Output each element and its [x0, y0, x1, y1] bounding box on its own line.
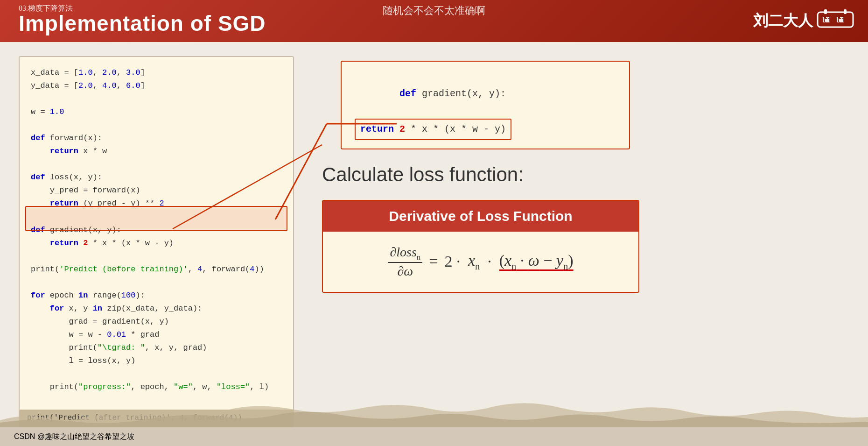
- code-line-14: return 2 * x * (x * w - y): [31, 237, 282, 250]
- code-line-15: [31, 250, 282, 263]
- brand-name: 刘二大人: [753, 11, 813, 31]
- code-line-23: l = loss(x, y): [31, 354, 282, 368]
- header-brand: 刘二大人 bili bili: [753, 8, 854, 34]
- code-line-20: grad = gradient(x, y): [31, 315, 282, 328]
- calc-title: Calculate loss function:: [322, 163, 849, 186]
- header-subtitle: 随机会不会不太准确啊: [383, 4, 485, 18]
- code-line-4: w = 1.0: [31, 106, 282, 119]
- code-line-16: print('Predict (before training)', 4, fo…: [31, 263, 282, 276]
- code-line-1: x_data = [1.0, 2.0, 3.0]: [31, 66, 282, 79]
- code-line-22: print("\tgrad: ", x, y, grad): [31, 341, 282, 354]
- svg-text:bili: bili: [836, 16, 844, 24]
- code-line-17: [31, 276, 282, 289]
- svg-rect-2: [844, 9, 847, 14]
- bilibili-logo: bili bili: [817, 8, 854, 34]
- code-line-21: w = w - 0.01 * grad: [31, 328, 282, 341]
- code-panel: x_data = [1.0, 2.0, 3.0] y_data = [2.0, …: [19, 56, 294, 427]
- equals-sign: =: [429, 253, 438, 270]
- bottom-code-line: print('Predict (after training)', 4, for…: [27, 412, 242, 424]
- code-line-7: return x * w: [31, 145, 282, 158]
- code-line-2: y_data = [2.0, 4.0, 6.0]: [31, 79, 282, 92]
- coefficient-2: 2 ·: [444, 253, 464, 270]
- footer-csdn: CSDN @趣味之山绝望之谷希望之坡: [14, 432, 134, 442]
- right-panel: def gradient(x, y): return 2 * x * (x * …: [313, 56, 849, 427]
- svg-text:bili: bili: [822, 16, 830, 24]
- code-line-25: print("progress:", epoch, "w=", w, "loss…: [31, 381, 282, 394]
- gradient-code-box: def gradient(x, y): return 2 * x * (x * …: [341, 61, 630, 149]
- derivative-body: ∂lossn ∂ω = 2 · xn · (xn · ω − yn): [323, 232, 638, 292]
- code-line-24: [31, 368, 282, 381]
- derivative-header: Derivative of Loss Function: [323, 201, 638, 232]
- paren-expression: (xn · ω − yn): [499, 252, 574, 272]
- gradient-return-line: return 2 * x * (x * w - y): [355, 119, 511, 140]
- derivative-box: Derivative of Loss Function ∂lossn ∂ω = …: [322, 200, 639, 293]
- gradient-highlight-box: [25, 206, 287, 231]
- code-line-5: [31, 119, 282, 132]
- gradient-def-line: def gradient(x, y):: [355, 70, 616, 118]
- dot-operator: ·: [483, 253, 496, 270]
- footer: CSDN @趣味之山绝望之谷希望之坡: [0, 427, 868, 446]
- code-line-10: y_pred = forward(x): [31, 184, 282, 197]
- code-line-19: for x, y in zip(x_data, y_data):: [31, 302, 282, 315]
- frac-denominator: ∂ω: [395, 264, 415, 279]
- code-line-9: def loss(x, y):: [31, 171, 282, 184]
- fraction: ∂lossn ∂ω: [388, 245, 422, 279]
- header-chapter-label: 03.梯度下降算法: [19, 4, 73, 14]
- math-formula: ∂lossn ∂ω = 2 · xn · (xn · ω − yn): [388, 245, 573, 279]
- xn-term: xn: [468, 252, 480, 272]
- code-bottom-strip: print('Predict (after training)', 4, for…: [20, 410, 293, 426]
- code-line-6: def forward(x):: [31, 132, 282, 145]
- code-line-18: for epoch in range(100):: [31, 289, 282, 302]
- code-line-8: [31, 158, 282, 171]
- frac-numerator: ∂lossn: [388, 245, 422, 263]
- main-content: x_data = [1.0, 2.0, 3.0] y_data = [2.0, …: [0, 42, 868, 427]
- code-line-3: [31, 92, 282, 106]
- header: 03.梯度下降算法 随机会不会不太准确啊 Implementation of S…: [0, 0, 868, 42]
- svg-rect-1: [824, 9, 827, 14]
